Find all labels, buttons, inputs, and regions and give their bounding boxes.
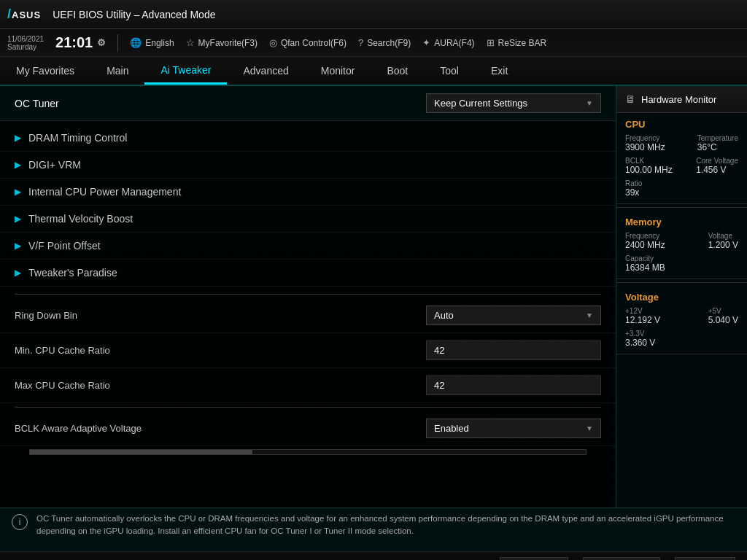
myfavorite-label: MyFavorite(F3) (198, 38, 258, 48)
voltage-section: Voltage +12V 12.192 V +5V 5.040 V +3.3V … (616, 286, 747, 354)
mem-freq-voltage-row: Frequency 2400 MHz Voltage 1.200 V (625, 232, 738, 250)
hw-header: 🖥 Hardware Monitor (616, 86, 747, 113)
resize-item[interactable]: ⊞ ReSize BAR (487, 37, 547, 48)
cpu-freq-temp-row: Frequency 3900 MHz Temperature 36°C (625, 134, 738, 152)
freq-value: 3900 MHz (625, 142, 665, 152)
language-item[interactable]: 🌐 English (130, 37, 174, 48)
search-icon: ? (358, 37, 363, 48)
mem-freq-item: Frequency 2400 MHz (625, 232, 665, 250)
app-title: UEFI BIOS Utility – Advanced Mode (53, 9, 215, 20)
monitor-icon: 🖥 (625, 93, 635, 105)
time: 21:01 (55, 34, 93, 51)
gear-icon[interactable]: ⚙ (97, 37, 106, 48)
bclk-adaptive-dropdown[interactable]: Enabled ▼ (426, 419, 601, 438)
thermal-velocity-label: Thermal Velocity Boost (28, 213, 133, 225)
star-icon: ☆ (186, 37, 195, 48)
nav-item-exit[interactable]: Exit (475, 57, 524, 85)
bclk-label: BCLK (625, 157, 673, 165)
max-cpu-cache-input[interactable]: 42 (426, 376, 601, 395)
info-description: OC Tuner automatically overlocks the CPU… (36, 513, 735, 538)
aura-label: AURA(F4) (434, 38, 474, 48)
fan-icon: ◎ (269, 37, 277, 48)
divider (117, 34, 118, 52)
myfavorite-item[interactable]: ☆ MyFavorite(F3) (186, 37, 258, 48)
scrollbar[interactable] (29, 449, 587, 455)
min-cpu-cache-input[interactable]: 42 (426, 341, 601, 360)
expand-arrow-icon: ▶ (15, 187, 21, 197)
nav-item-monitor[interactable]: Monitor (305, 57, 371, 85)
logo-area: /ASUS UEFI BIOS Utility – Advanced Mode (7, 7, 215, 22)
mem-voltage-label: Voltage (708, 232, 738, 240)
bclk-adaptive-label: BCLK Aware Adaptive Voltage (15, 423, 142, 434)
mem-voltage-item: Voltage 1.200 V (708, 232, 738, 250)
nav-item-advanced[interactable]: Advanced (227, 57, 304, 85)
v33-item: +3.3V 3.360 V (625, 330, 738, 348)
separator2 (15, 407, 601, 408)
oc-tuner-dropdown[interactable]: Keep Current Settings ▼ (426, 93, 601, 113)
vf-point-group[interactable]: ▶ V/F Point Offset (0, 233, 616, 260)
internal-cpu-group[interactable]: ▶ Internal CPU Power Management (0, 179, 616, 206)
v5-value: 5.040 V (708, 315, 738, 325)
oc-tuner-label: OC Tuner (15, 98, 59, 109)
ratio-value: 39x (625, 187, 738, 198)
hw-separator1 (616, 207, 747, 208)
last-modified-button[interactable]: Last Modified (500, 557, 568, 561)
expand-arrow-icon: ▶ (15, 160, 21, 170)
main-layout: OC Tuner Keep Current Settings ▼ ▶ DRAM … (0, 86, 747, 508)
cpu-temp-item: Temperature 36°C (697, 134, 738, 152)
temp-value: 36°C (697, 142, 738, 152)
ring-down-bin-value: Auto (434, 310, 454, 321)
qfan-item[interactable]: ◎ Qfan Control(F6) (269, 37, 347, 48)
ez-mode-button[interactable]: EzMode(F7) → (583, 557, 660, 561)
bclk-adaptive-row: BCLK Aware Adaptive Voltage Enabled ▼ (0, 411, 616, 446)
nav-item-my-favorites[interactable]: My Favorites (0, 57, 90, 85)
nav-item-tool[interactable]: Tool (424, 57, 475, 85)
nav-item-boot[interactable]: Boot (371, 57, 424, 85)
ring-down-bin-dropdown[interactable]: Auto ▼ (426, 306, 601, 325)
dropdown-arrow-icon: ▼ (586, 99, 593, 107)
ring-down-bin-label: Ring Down Bin (15, 310, 77, 321)
digi-vrm-label: DIGI+ VRM (28, 159, 81, 171)
capacity-item: Capacity 16384 MB (625, 254, 738, 273)
aura-item[interactable]: ✦ AURA(F4) (422, 37, 474, 48)
oc-tuner-row: OC Tuner Keep Current Settings ▼ (0, 86, 616, 121)
max-cpu-cache-row: Max CPU Cache Ratio 42 (0, 368, 616, 403)
voltage-section-title: Voltage (625, 292, 738, 303)
search-item[interactable]: ? Search(F9) (358, 37, 411, 48)
v5-item: +5V 5.040 V (708, 307, 738, 325)
bclk-adaptive-value: Enabled (434, 423, 469, 434)
date: 11/06/2021 (7, 35, 44, 43)
thermal-velocity-group[interactable]: ▶ Thermal Velocity Boost (0, 206, 616, 233)
resize-label: ReSize BAR (498, 38, 547, 48)
memory-section: Memory Frequency 2400 MHz Voltage 1.200 … (616, 211, 747, 279)
v5-label: +5V (708, 307, 738, 315)
memory-section-title: Memory (625, 217, 738, 228)
vf-point-label: V/F Point Offset (28, 240, 101, 252)
mem-freq-value: 2400 MHz (625, 240, 665, 250)
info-bar: 11/06/2021 Saturday 21:01 ⚙ 🌐 English ☆ … (0, 29, 747, 57)
cpu-section: CPU Frequency 3900 MHz Temperature 36°C … (616, 113, 747, 204)
digi-vrm-group[interactable]: ▶ DIGI+ VRM (0, 152, 616, 179)
info-description-bar: i OC Tuner automatically overlocks the C… (0, 508, 747, 551)
content-area: OC Tuner Keep Current Settings ▼ ▶ DRAM … (0, 86, 616, 508)
day: Saturday (7, 43, 44, 51)
voltage-12-5-row: +12V 12.192 V +5V 5.040 V (625, 307, 738, 325)
tweakers-paradise-group[interactable]: ▶ Tweaker's Paradise (0, 260, 616, 287)
v12-item: +12V 12.192 V (625, 307, 660, 325)
dropdown-arrow-icon: ▼ (586, 311, 593, 319)
hw-separator2 (616, 282, 747, 283)
dram-timing-group[interactable]: ▶ DRAM Timing Control (0, 125, 616, 152)
cpu-section-title: CPU (625, 119, 738, 130)
hot-keys-button[interactable]: Hot Keys ? (675, 557, 735, 561)
expand-arrow-icon: ▶ (15, 241, 21, 251)
tweakers-paradise-label: Tweaker's Paradise (28, 267, 117, 279)
nav-item-ai-tweaker[interactable]: Ai Tweaker (144, 57, 227, 85)
resize-icon: ⊞ (487, 37, 495, 48)
datetime: 11/06/2021 Saturday (7, 35, 44, 51)
expand-arrow-icon: ▶ (15, 214, 21, 224)
min-cpu-cache-label: Min. CPU Cache Ratio (15, 345, 110, 356)
nav-item-main[interactable]: Main (90, 57, 144, 85)
internal-cpu-label: Internal CPU Power Management (28, 186, 181, 198)
dropdown-arrow-icon: ▼ (586, 424, 593, 432)
expand-arrow-icon: ▶ (15, 133, 21, 143)
